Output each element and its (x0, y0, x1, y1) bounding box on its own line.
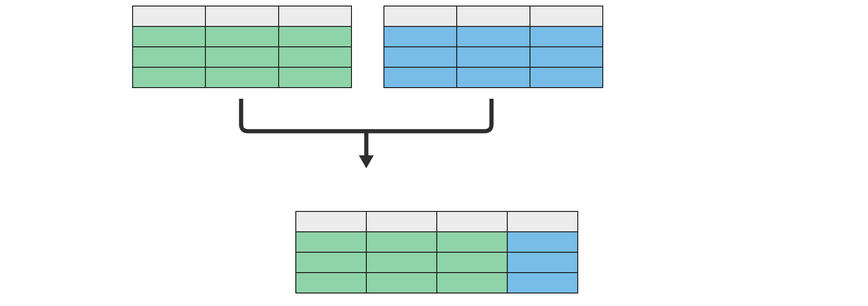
data-cell (457, 26, 530, 47)
data-cell (133, 47, 205, 67)
header-cell (457, 6, 530, 26)
data-cell (437, 232, 507, 252)
header-cell (366, 211, 437, 232)
data-cell (384, 47, 457, 67)
data-cell (457, 47, 530, 67)
table-row (133, 26, 351, 47)
table-header-row (133, 6, 351, 26)
svg-marker-1 (359, 155, 374, 168)
data-cell (205, 67, 278, 88)
header-cell (279, 6, 351, 26)
data-cell (507, 273, 578, 293)
table-row (384, 47, 603, 67)
data-cell (205, 47, 278, 67)
data-cell (384, 67, 457, 88)
data-cell (437, 273, 507, 293)
data-cell (366, 252, 437, 273)
input-table-right (383, 6, 603, 88)
data-cell (279, 67, 351, 88)
merge-diagram (0, 0, 868, 306)
table-row (384, 67, 603, 88)
table-row (133, 47, 351, 67)
data-cell (296, 232, 366, 252)
header-cell (530, 6, 603, 26)
data-cell (205, 26, 278, 47)
data-cell (530, 67, 603, 88)
table-row (384, 26, 603, 47)
data-cell (507, 252, 578, 273)
data-cell (279, 47, 351, 67)
data-cell (366, 273, 437, 293)
data-cell (279, 26, 351, 47)
table-row (296, 232, 578, 252)
data-cell (296, 252, 366, 273)
data-cell (507, 232, 578, 252)
header-cell (437, 211, 507, 232)
header-cell (296, 211, 366, 232)
data-cell (530, 26, 603, 47)
input-table-left (132, 6, 352, 88)
data-cell (437, 252, 507, 273)
output-table (295, 211, 578, 293)
table-header-row (384, 6, 603, 26)
data-cell (133, 26, 205, 47)
table-row (296, 252, 578, 273)
table-header-row (296, 211, 578, 232)
header-cell (507, 211, 578, 232)
header-cell (205, 6, 278, 26)
table-row (296, 273, 578, 293)
data-cell (366, 232, 437, 252)
data-cell (133, 67, 205, 88)
table-row (133, 67, 351, 88)
header-cell (384, 6, 457, 26)
data-cell (530, 47, 603, 67)
data-cell (296, 273, 366, 293)
data-cell (457, 67, 530, 88)
merge-arrow-icon (227, 99, 505, 173)
header-cell (133, 6, 205, 26)
data-cell (384, 26, 457, 47)
